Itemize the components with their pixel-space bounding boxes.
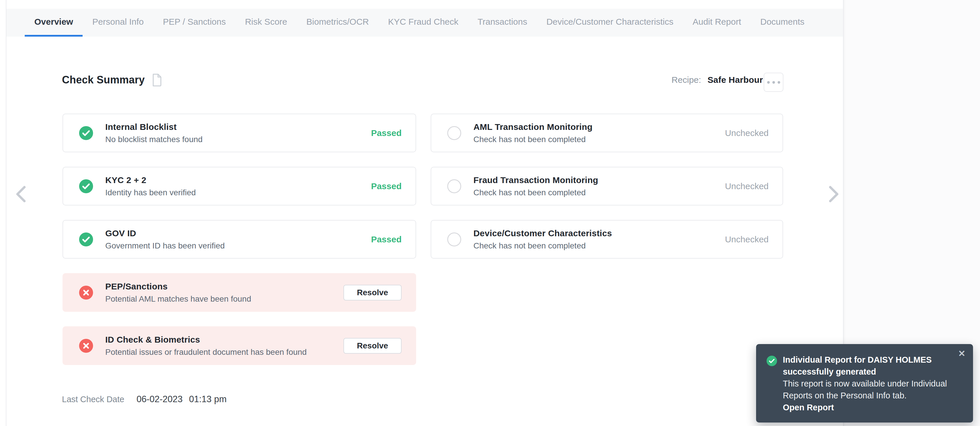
heading-row: Check Summary Recipe: Safe Harbour & ID (62, 73, 783, 87)
status-badge: Passed (371, 234, 402, 244)
status-badge: Unchecked (725, 181, 768, 191)
toast-close-icon[interactable]: ✕ (958, 349, 966, 358)
status-badge: Passed (371, 128, 402, 138)
tab-device-customer-characteristics[interactable]: Device/Customer Characteristics (537, 9, 683, 36)
chevron-left-icon[interactable] (14, 185, 27, 203)
report-generated-toast: ✕ Individual Report for DAISY HOLMES suc… (756, 344, 973, 423)
toast-title-line-2: successfully generated (783, 366, 951, 378)
toast-success-icon (767, 356, 777, 366)
chevron-right-icon[interactable] (827, 185, 840, 203)
report-file-icon[interactable] (151, 73, 163, 87)
tab-personal-info[interactable]: Personal Info (83, 9, 153, 36)
check-description: No blocklist matches found (105, 135, 203, 144)
check-name: GOV ID (105, 228, 225, 238)
check-card-gov-id: GOV ID Government ID has been verified P… (62, 220, 416, 259)
check-name: KYC 2 + 2 (105, 175, 196, 185)
check-card-aml-transaction-monitoring: AML Transaction Monitoring Check has not… (431, 114, 783, 152)
last-check-row: Last Check Date 06-02-2023 01:13 pm (62, 394, 226, 404)
check-description: Government ID has been verified (105, 241, 225, 250)
resolve-button[interactable]: Resolve (344, 338, 402, 354)
check-failed-icon (79, 339, 93, 353)
toast-body-line-1: This report is now available under Indiv… (783, 378, 951, 390)
last-check-label: Last Check Date (62, 394, 124, 404)
check-name: Fraud Transaction Monitoring (473, 175, 598, 185)
status-badge: Passed (371, 181, 402, 191)
check-card-fraud-transaction-monitoring: Fraud Transaction Monitoring Check has n… (431, 167, 783, 206)
check-description: Check has not been completed (473, 241, 612, 250)
check-card-device-customer-characteristics: Device/Customer Characteristics Check ha… (431, 220, 783, 259)
status-badge: Unchecked (725, 234, 768, 244)
last-check-date: 06-02-2023 (136, 394, 183, 404)
tab-transactions[interactable]: Transactions (468, 9, 537, 36)
check-passed-icon (79, 126, 93, 140)
page-title: Check Summary (62, 74, 145, 86)
check-name: Device/Customer Characteristics (473, 228, 612, 238)
resolve-button[interactable]: Resolve (344, 285, 402, 301)
check-name: AML Transaction Monitoring (473, 122, 593, 132)
check-card-internal-blocklist: Internal Blocklist No blocklist matches … (62, 114, 416, 152)
tab-risk-score[interactable]: Risk Score (235, 9, 297, 36)
status-badge: Unchecked (725, 128, 768, 138)
recipe-label: Recipe: (671, 75, 701, 85)
check-name: PEP/Sanctions (105, 282, 251, 291)
tab-pep-sanctions[interactable]: PEP / Sanctions (153, 9, 235, 36)
toast-text: Individual Report for DAISY HOLMES succe… (783, 354, 951, 413)
check-card-id-check-biometrics: ID Check & Biometrics Potential issues o… (62, 326, 416, 365)
check-column-left: Internal Blocklist No blocklist matches … (62, 114, 416, 365)
check-description: Identity has been verified (105, 188, 196, 197)
tab-documents[interactable]: Documents (751, 9, 814, 36)
check-description: Check has not been completed (473, 135, 593, 144)
last-check-time: 01:13 pm (189, 394, 226, 404)
check-description: Check has not been completed (473, 188, 598, 197)
tab-kyc-fraud-check[interactable]: KYC Fraud Check (379, 9, 468, 36)
check-summary-grid: Internal Blocklist No blocklist matches … (62, 114, 783, 365)
check-card-pep-sanctions: PEP/Sanctions Potential AML matches have… (62, 273, 416, 312)
panel-left-divider (6, 0, 6, 426)
check-passed-icon (79, 233, 93, 246)
check-name: ID Check & Biometrics (105, 335, 307, 345)
check-unchecked-icon (447, 126, 461, 140)
check-description: Potential issues or fraudulent document … (105, 348, 307, 357)
tab-biometrics-ocr[interactable]: Biometrics/OCR (297, 9, 379, 36)
check-name: Internal Blocklist (105, 122, 203, 132)
toast-title-line-1: Individual Report for DAISY HOLMES (783, 354, 951, 366)
check-unchecked-icon (447, 233, 461, 246)
open-report-link[interactable]: Open Report (783, 402, 951, 413)
tab-bar: Overview Personal Info PEP / Sanctions R… (6, 9, 843, 36)
more-options-button[interactable] (764, 73, 783, 92)
check-description: Potential AML matches have been found (105, 295, 251, 304)
toast-body-line-2: Reports on the Personal Info tab. (783, 390, 951, 402)
check-column-right: AML Transaction Monitoring Check has not… (431, 114, 783, 365)
check-unchecked-icon (447, 179, 461, 193)
check-card-kyc-2-2: KYC 2 + 2 Identity has been verified Pas… (62, 167, 416, 206)
tab-overview[interactable]: Overview (25, 9, 83, 36)
check-failed-icon (79, 286, 93, 299)
check-passed-icon (79, 179, 93, 193)
tab-audit-report[interactable]: Audit Report (683, 9, 751, 36)
